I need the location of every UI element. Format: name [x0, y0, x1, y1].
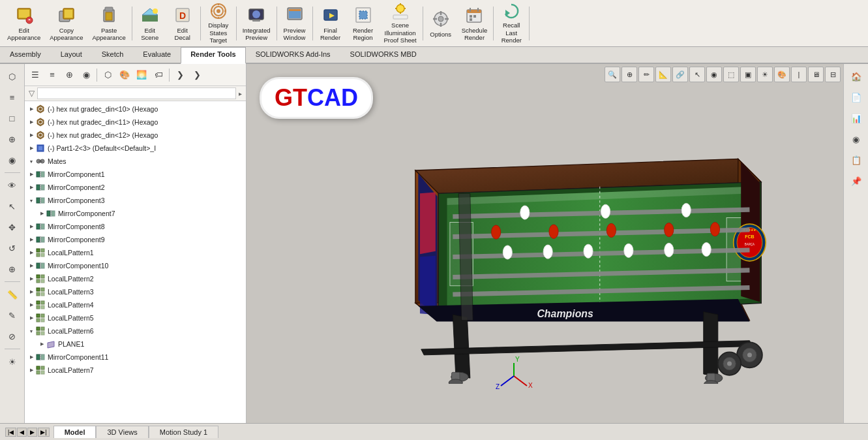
home-icon[interactable]: 🏠 — [846, 67, 866, 86]
vp-light-icon[interactable]: ☀ — [757, 67, 773, 82]
chevron-right-icon[interactable]: ▶ — [27, 131, 35, 139]
vp-search-icon[interactable]: 🔍 — [605, 67, 620, 82]
tree-item-local3[interactable]: ▶LocalLPattern3 — [25, 285, 246, 298]
chevron-right-icon[interactable]: ▶ — [27, 262, 35, 270]
tree-item-hex1[interactable]: ▶(-) hex nut gradec_din<10> (Hexago — [25, 102, 246, 116]
toolbar-btn-edit-appearance[interactable]: Edit Appearance — [3, 2, 45, 45]
property-manager-icon[interactable]: ≡ — [44, 67, 60, 83]
tree-item-hex2[interactable]: ▶(-) hex nut gradec_din<11> (Hexago — [25, 116, 246, 129]
tree-item-mirror8[interactable]: ▶MirrorComponent8 — [25, 220, 246, 233]
select-icon[interactable]: ↖ — [3, 196, 22, 216]
chevron-right-icon[interactable]: ▶ — [27, 105, 35, 113]
tree-item-mirror1[interactable]: ▶MirrorComponent1 — [25, 168, 246, 181]
feature-tree-icon[interactable]: ❯ — [172, 67, 188, 83]
status-tab-3d-views[interactable]: 3D Views — [96, 426, 148, 438]
toolbar-btn-scene-illumination-proof-sheet[interactable]: Scene Illumination Proof Sheet — [380, 2, 421, 45]
tree-item-hex3[interactable]: ▶(-) hex nut gradec_din<12> (Hexago — [25, 129, 246, 142]
chevron-right-icon[interactable]: ▶ — [27, 288, 35, 296]
chevron-right-icon[interactable]: ▶ — [38, 340, 46, 348]
pin-icon[interactable]: 📌 — [846, 171, 866, 191]
tab-layout[interactable]: Layout — [51, 47, 92, 63]
tab-solidworks-mbd[interactable]: SOLIDWORKS MBD — [340, 47, 427, 63]
tree-item-local6[interactable]: ▼LocalLPattern6 — [25, 324, 246, 338]
chevron-right-icon[interactable]: ▶ — [27, 236, 35, 244]
measure-icon[interactable]: 📏 — [3, 285, 22, 304]
reference-icon[interactable]: ⊘ — [3, 326, 22, 346]
property-icon[interactable]: □ — [3, 108, 22, 128]
tree-item-part1[interactable]: ▶(-) Part1-2<3> (Default<<Default>_I — [25, 142, 246, 155]
viewport[interactable]: GT CAD — [247, 64, 843, 423]
toolbar-btn-edit-scene[interactable]: Edit Scene — [134, 2, 166, 45]
tree-item-plane1[interactable]: ▶PLANE1 — [25, 338, 246, 351]
move-icon[interactable]: ✥ — [3, 217, 22, 237]
toolbar-btn-final-render[interactable]: Final Render — [314, 2, 347, 45]
vp-sphere-icon[interactable]: ◉ — [706, 67, 722, 82]
tab-render-tools[interactable]: Render Tools — [181, 47, 245, 64]
chevron-right-icon[interactable]: ▼ — [27, 157, 35, 165]
expand-icon[interactable]: ❯ — [189, 67, 205, 83]
doc-icon[interactable]: 📄 — [846, 87, 866, 107]
chevron-right-icon[interactable]: ▶ — [27, 223, 35, 230]
chevron-right-icon[interactable]: ▶ — [27, 249, 35, 257]
vp-appearance-icon[interactable]: 🎨 — [774, 67, 790, 82]
vp-draw-icon[interactable]: ✏ — [638, 67, 654, 82]
tree-item-local2[interactable]: ▶LocalLPattern2 — [25, 272, 246, 285]
tree-item-local1[interactable]: ▶LocalLPattern1 — [25, 246, 246, 259]
toolbar-btn-schedule-render[interactable]: Schedule Render — [457, 2, 492, 45]
status-tab-motion-study-1[interactable]: Motion Study 1 — [149, 426, 218, 438]
assembly-icon[interactable]: ⬡ — [3, 67, 22, 86]
vp-measure-icon[interactable]: 📐 — [655, 67, 671, 82]
vp-zoom-icon[interactable]: ⊕ — [621, 67, 637, 82]
toolbar-btn-edit-decal[interactable]: DEdit Decal — [166, 2, 199, 45]
chevron-right-icon[interactable]: ▶ — [27, 314, 35, 322]
scene-icon[interactable]: 🌅 — [134, 67, 149, 83]
last-page-btn[interactable]: ▶| — [38, 428, 49, 437]
tree-item-local7[interactable]: ▶LocalLPattern7 — [25, 364, 246, 377]
chevron-right-icon[interactable]: ▶ — [27, 183, 35, 191]
vp-monitor-icon[interactable]: 🖥 — [808, 67, 824, 82]
chevron-right-icon[interactable]: ▶ — [27, 366, 35, 374]
chevron-right-icon[interactable]: ▶ — [27, 301, 35, 309]
tab-evaluate[interactable]: Evaluate — [133, 47, 181, 63]
decal-icon[interactable]: 🏷 — [151, 67, 166, 83]
tab-assembly[interactable]: Assembly — [0, 47, 51, 63]
toolbar-btn-display-states-target[interactable]: Display States Target — [202, 2, 235, 45]
vp-link-icon[interactable]: 🔗 — [672, 67, 688, 82]
sphere-icon[interactable]: ◉ — [846, 129, 866, 149]
chevron-right-icon[interactable]: ▶ — [27, 170, 35, 178]
config-icon[interactable]: ⊕ — [3, 129, 22, 149]
toolbar-btn-options[interactable]: Options — [425, 2, 457, 45]
feature-icon[interactable]: ≡ — [3, 87, 22, 107]
tab-sketch[interactable]: Sketch — [92, 47, 134, 63]
zoom-icon[interactable]: ⊕ — [3, 259, 22, 279]
tab-solidworks-addins[interactable]: SOLIDWORKS Add-Ins — [246, 47, 340, 63]
rotate-icon[interactable]: ↺ — [3, 238, 22, 258]
toolbar-btn-copy-appearance[interactable]: Copy Appearance — [45, 2, 87, 45]
toolbar-btn-render-region[interactable]: Render Region — [347, 2, 380, 45]
tree-item-local4[interactable]: ▶LocalLPattern4 — [25, 298, 246, 311]
tree-view-icon[interactable]: ☰ — [27, 67, 43, 83]
prev-page-btn[interactable]: ◀ — [17, 428, 27, 437]
toolbar-btn-recall-last-render[interactable]: Recall Last Render — [495, 2, 528, 45]
first-page-btn[interactable]: |◀ — [5, 428, 16, 437]
tree-item-mirror11[interactable]: ▶MirrorComponent11 — [25, 351, 246, 364]
appearances-icon[interactable]: 🎨 — [117, 67, 132, 83]
next-page-btn[interactable]: ▶ — [27, 428, 37, 437]
filter-input[interactable] — [37, 87, 236, 99]
vp-mouse-icon[interactable]: ↖ — [689, 67, 705, 82]
status-tab-model[interactable]: Model — [53, 426, 97, 438]
chevron-right-icon[interactable]: ▶ — [27, 144, 35, 152]
chevron-down-icon[interactable]: ▼ — [27, 196, 35, 204]
toolbar-btn-preview-window[interactable]: Preview Window — [278, 2, 311, 45]
vp-window-icon[interactable]: ⊟ — [825, 67, 841, 82]
tree-item-mates[interactable]: ▼Mates — [25, 155, 246, 168]
view-icon[interactable]: 👁 — [3, 176, 22, 195]
tree-item-mirror2[interactable]: ▶MirrorComponent2 — [25, 181, 246, 194]
vp-box-icon[interactable]: ⬚ — [723, 67, 739, 82]
tree-item-mirror3[interactable]: ▼MirrorComponent3 — [25, 194, 246, 207]
light-icon[interactable]: ☀ — [3, 352, 22, 371]
tree-item-mirror9[interactable]: ▶MirrorComponent9 — [25, 233, 246, 246]
chevron-right-icon[interactable]: ▶ — [27, 353, 35, 361]
chevron-right-icon[interactable]: ▶ — [27, 275, 35, 283]
config-manager-icon[interactable]: ⊕ — [61, 67, 77, 83]
